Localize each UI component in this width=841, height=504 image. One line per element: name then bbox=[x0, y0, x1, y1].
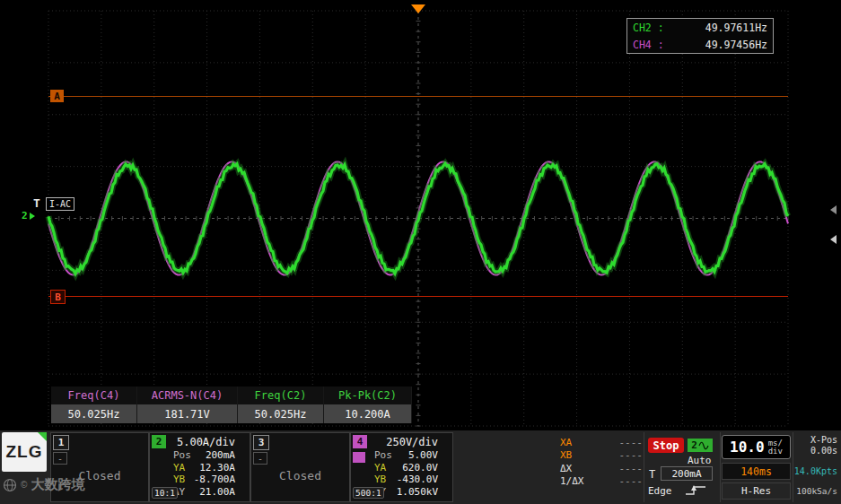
cursor-a-handle[interactable]: A bbox=[50, 90, 64, 102]
yb-label: YB bbox=[173, 474, 185, 485]
brand-logo: ZLG bbox=[2, 432, 47, 472]
channel-2-ya-row: YA 12.30A bbox=[173, 462, 235, 474]
xpos-value[interactable]: 0.00s bbox=[810, 446, 837, 456]
channel-4-panel[interactable]: 4 250V/div Pos 5.00V YA 620.0V YB -430.0… bbox=[350, 432, 453, 502]
channel-2-probe-ratio[interactable]: 10:1 bbox=[152, 487, 178, 499]
logo-corner-icon bbox=[38, 432, 47, 441]
channel-2-scale[interactable]: 5.00A/div bbox=[177, 436, 235, 448]
timebase-unit: ms/ div bbox=[768, 439, 783, 456]
timebase-unit-line2: div bbox=[768, 448, 783, 456]
xb-label: XB bbox=[560, 449, 572, 461]
ya-value: 12.30A bbox=[199, 462, 235, 474]
hres-button[interactable]: H-Res bbox=[722, 482, 791, 500]
rising-edge-icon bbox=[684, 483, 707, 497]
pos-label: Pos bbox=[374, 449, 392, 461]
memory-depth: 14.0Kpts bbox=[794, 466, 837, 476]
trigger-position-marker[interactable] bbox=[411, 4, 425, 13]
ch2-label: CH2 : bbox=[633, 22, 664, 34]
trigger-type-button[interactable]: Edge bbox=[648, 485, 672, 497]
dx-label: ΔX bbox=[560, 463, 572, 474]
timebase-control[interactable]: 10.0 ms/ div bbox=[722, 435, 791, 459]
invdx-label: 1/ΔX bbox=[560, 475, 584, 487]
cursor-x-readouts: XA ---- XB ---- ΔX ---- 1/ΔX ---- bbox=[560, 436, 643, 488]
waveform-graticule bbox=[0, 0, 841, 430]
sine-wave-icon bbox=[698, 441, 709, 450]
copyright-symbol: © bbox=[21, 480, 27, 490]
dy-value: 21.00A bbox=[199, 486, 235, 498]
pos-value: 5.00V bbox=[408, 449, 438, 461]
channel-1-collapse-button[interactable]: - bbox=[53, 452, 67, 465]
cursor-invdx-row: 1/ΔX ---- bbox=[560, 475, 643, 489]
ch4-frequency: 49.97456Hz bbox=[705, 39, 767, 51]
channel-2-panel[interactable]: 2 5.00A/div Pos 200mA YA 12.30A YB -8.70… bbox=[149, 432, 250, 502]
meas-header-freq-c2: Freq(C2) bbox=[238, 387, 324, 404]
freq-row-ch2: CH2 : 49.97611Hz bbox=[627, 19, 773, 36]
channel-1-badge[interactable]: 1 bbox=[53, 435, 69, 450]
cursor-xb-row: XB ---- bbox=[560, 449, 643, 463]
channel-4-indicator bbox=[353, 452, 365, 463]
ya-label: YA bbox=[173, 462, 185, 474]
channel-4-ya-row: YA 620.0V bbox=[374, 462, 438, 474]
cursor-b-handle[interactable]: B bbox=[50, 290, 66, 304]
timebase-value: 10.0 bbox=[730, 439, 765, 456]
channel-2-badge[interactable]: 2 bbox=[152, 435, 166, 448]
pos-value: 200mA bbox=[206, 449, 235, 461]
channel-2-pos-row: Pos 200mA bbox=[173, 449, 235, 462]
channel-3-status: Closed bbox=[251, 469, 349, 482]
invdx-value: ---- bbox=[619, 475, 644, 487]
measurement-value-row: 50.025Hz 181.71V 50.025Hz 10.200A bbox=[51, 404, 412, 423]
channel-2-dy-row: ΔY 21.00A bbox=[173, 486, 235, 499]
channel-3-collapse-button[interactable]: - bbox=[253, 452, 267, 465]
trigger-panel: Stop 2 Auto T 200mA Edge bbox=[644, 432, 720, 502]
sample-rate: 100kSa/s bbox=[796, 486, 837, 496]
dy-value: 1.050kV bbox=[397, 486, 438, 498]
channel-4-badge[interactable]: 4 bbox=[353, 435, 367, 448]
yb-value: -430.0V bbox=[397, 474, 438, 485]
channel-4-yb-row: YB -430.0V bbox=[374, 474, 438, 486]
watermark: © 大数跨境 bbox=[3, 476, 84, 493]
trigger-level-value[interactable]: 200mA bbox=[661, 466, 713, 481]
ya-value: 620.0V bbox=[402, 462, 438, 474]
bottom-bar: ZLG 1 - Closed 2 5.00A/div Pos 200mA YA … bbox=[0, 430, 841, 504]
channel-4-readouts: Pos 5.00V YA 620.0V YB -430.0V ΔY 1.050k… bbox=[374, 449, 438, 498]
watermark-text: 大数跨境 bbox=[31, 476, 84, 493]
scope-display: A B T I-AC 2 CH2 : 49.97611Hz CH4 : 49.9… bbox=[0, 0, 841, 430]
ch2-frequency: 49.97611Hz bbox=[705, 22, 767, 34]
arrow-right-icon bbox=[30, 213, 35, 220]
channel-3-badge[interactable]: 3 bbox=[253, 435, 269, 450]
meas-value-acrms-c4: 181.71V bbox=[137, 404, 238, 423]
channel-2-readouts: Pos 200mA YA 12.30A YB -8.700A ΔY 21.00A bbox=[173, 449, 235, 498]
meas-value-freq-c4: 50.025Hz bbox=[51, 404, 137, 423]
trigger-mode-button[interactable]: Auto bbox=[688, 455, 712, 466]
channel-4-dy-row: ΔY 1.050kV bbox=[374, 486, 438, 499]
cursor-dx-row: ΔX ---- bbox=[560, 462, 643, 475]
right-marker-ya-icon[interactable] bbox=[830, 205, 837, 214]
cursor-line-b[interactable] bbox=[48, 296, 788, 297]
channel-4-pos-row: Pos 5.00V bbox=[374, 449, 438, 462]
channel-4-probe-ratio[interactable]: 500:1 bbox=[353, 487, 384, 499]
meas-value-pkpk-c2: 10.200A bbox=[324, 404, 412, 423]
xpos-label: X-Pos bbox=[810, 435, 837, 445]
meas-value-freq-c2: 50.025Hz bbox=[238, 404, 324, 423]
ch4-label: CH4 : bbox=[633, 39, 664, 51]
brand-logo-text: ZLG bbox=[6, 442, 43, 462]
trigger-source-channel: 2 bbox=[691, 439, 697, 451]
channel-2-yb-row: YB -8.700A bbox=[173, 474, 235, 486]
ch2-position-label: 2 bbox=[22, 210, 28, 222]
dx-value: ---- bbox=[619, 463, 644, 474]
ya-label: YA bbox=[374, 462, 386, 474]
yb-value: -8.700A bbox=[194, 474, 235, 485]
trigger-coupling-badge: I-AC bbox=[46, 197, 74, 211]
run-state-button[interactable]: Stop bbox=[648, 438, 684, 453]
cursor-line-a[interactable] bbox=[48, 96, 788, 97]
meas-header-acrms-c4: ACRMS-N(C4) bbox=[137, 387, 238, 404]
meas-header-pkpk-c2: Pk-Pk(C2) bbox=[324, 387, 412, 404]
trigger-level-marker[interactable]: T bbox=[33, 196, 40, 210]
trigger-source-badge[interactable]: 2 bbox=[688, 439, 713, 452]
channel-3-panel[interactable]: 3 - Closed bbox=[250, 432, 350, 502]
ch2-position-marker[interactable]: 2 bbox=[22, 210, 35, 222]
channel-4-scale[interactable]: 250V/div bbox=[386, 436, 438, 448]
meas-header-freq-c4: Freq(C4) bbox=[51, 387, 137, 404]
right-marker-yb-icon[interactable] bbox=[830, 235, 837, 244]
freq-row-ch4: CH4 : 49.97456Hz bbox=[627, 36, 773, 53]
